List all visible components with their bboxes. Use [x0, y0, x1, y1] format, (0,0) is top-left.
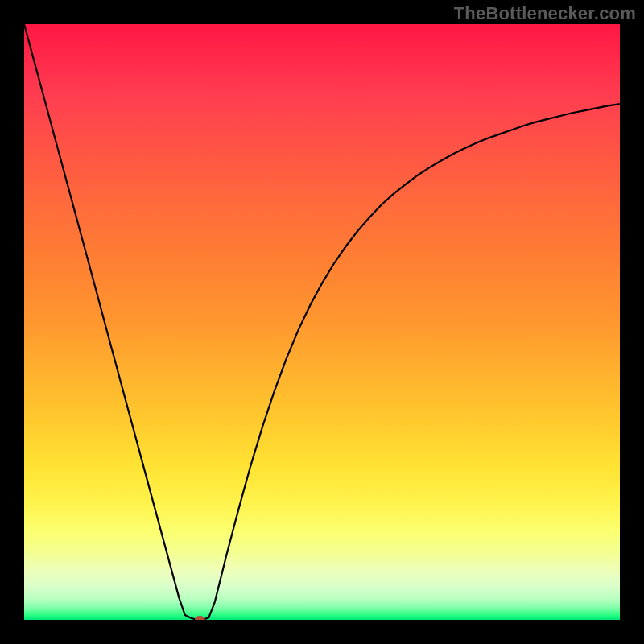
plot-area [24, 24, 620, 620]
chart-frame: TheBottlenecker.com [0, 0, 644, 644]
bottleneck-curve [24, 24, 620, 620]
curve-path [24, 24, 620, 620]
optimal-point-marker [195, 616, 205, 620]
attribution-label: TheBottlenecker.com [454, 3, 636, 24]
